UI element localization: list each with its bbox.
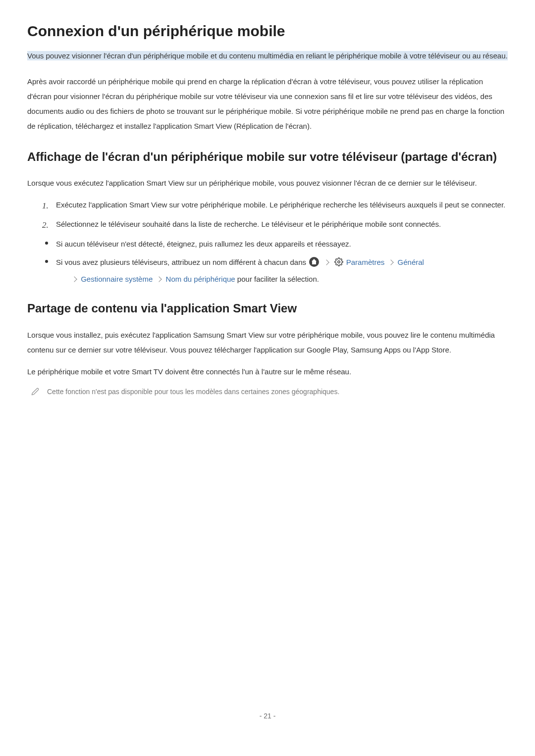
- availability-note: Cette fonction n'est pas disponible pour…: [31, 386, 508, 399]
- svg-point-0: [337, 261, 340, 263]
- bullet-dot-icon: [45, 260, 48, 263]
- home-icon: [309, 257, 319, 267]
- page-title: Connexion d'un périphérique mobile: [27, 20, 508, 42]
- nav-settings: Paramètres: [346, 258, 385, 266]
- section-heading-screen-share: Affichage de l'écran d'un périphérique m…: [27, 149, 508, 165]
- step-2: 2. Sélectionnez le téléviseur souhaité d…: [42, 217, 508, 231]
- step-1: 1. Exécutez l'application Smart View sur…: [42, 198, 508, 212]
- section1-intro: Lorsque vous exécutez l'application Smar…: [27, 176, 508, 191]
- notes-list: Si aucun téléviseur n'est détecté, éteig…: [42, 237, 508, 287]
- bullet-2: Si vous avez plusieurs téléviseurs, attr…: [42, 255, 508, 287]
- steps-list: 1. Exécutez l'application Smart View sur…: [42, 198, 508, 232]
- bullet-2-prefix: Si vous avez plusieurs téléviseurs, attr…: [56, 258, 308, 266]
- note-text: Cette fonction n'est pas disponible pour…: [47, 386, 339, 398]
- step-2-text: Sélectionnez le téléviseur souhaité dans…: [56, 220, 441, 228]
- bullet-1: Si aucun téléviseur n'est détecté, éteig…: [42, 237, 508, 251]
- chevron-right-icon: [157, 276, 162, 282]
- bullet-dot-icon: [45, 242, 48, 245]
- nav-system-manager: Gestionnaire système: [81, 275, 153, 283]
- section-heading-smart-view: Partage de contenu via l'application Sma…: [27, 300, 508, 317]
- section2-para1: Lorsque vous installez, puis exécutez l'…: [27, 328, 508, 357]
- chevron-right-icon: [324, 259, 329, 265]
- nav-general: Général: [398, 258, 424, 266]
- chevron-right-icon: [71, 276, 77, 282]
- step-1-text: Exécutez l'application Smart View sur vo…: [56, 201, 505, 209]
- step-number-1: 1.: [42, 198, 49, 214]
- highlighted-summary-text: Vous pouvez visionner l'écran d'un périp…: [27, 51, 508, 60]
- bullet-2-suffix: pour faciliter la sélection.: [237, 275, 319, 283]
- gear-icon: [334, 256, 343, 271]
- bullet-1-text: Si aucun téléviseur n'est détecté, éteig…: [56, 240, 351, 248]
- page-number: - 21 -: [27, 711, 508, 721]
- pen-icon: [31, 387, 39, 399]
- step-number-2: 2.: [42, 217, 49, 233]
- nav-device-name: Nom du périphérique: [166, 275, 235, 283]
- intro-paragraph: Après avoir raccordé un périphérique mob…: [27, 74, 508, 134]
- chevron-right-icon: [388, 259, 394, 265]
- section2-para2: Le périphérique mobile et votre Smart TV…: [27, 364, 508, 379]
- summary-paragraph: Vous pouvez visionner l'écran d'un périp…: [27, 49, 508, 63]
